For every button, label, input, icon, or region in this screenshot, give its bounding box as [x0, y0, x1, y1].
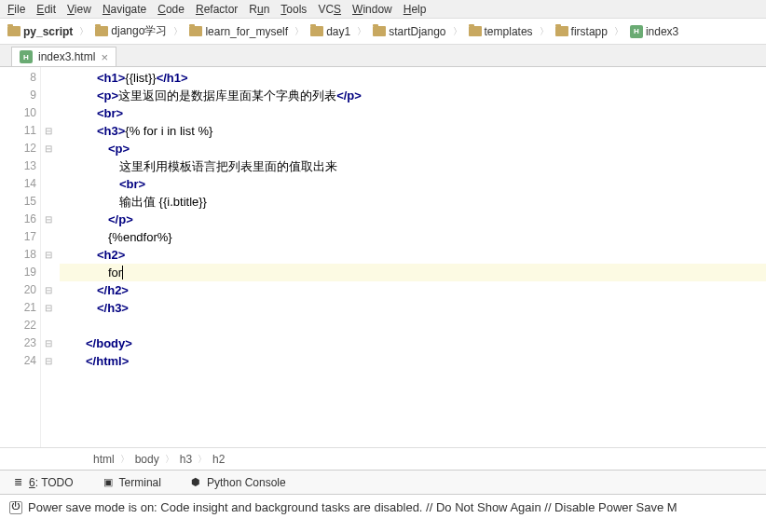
status-bar: Power save mode is on: Code insight and …: [0, 494, 766, 520]
bc-startdjango[interactable]: startDjango: [369, 24, 449, 39]
python-icon: ⬢: [189, 476, 202, 489]
bc-day1[interactable]: day1: [307, 24, 354, 39]
folder-icon: [555, 26, 568, 36]
folder-icon: [7, 26, 21, 36]
code-area[interactable]: <h1>{{list}}</h1><p>这里返回的是数据库里面某个字典的列表</…: [56, 67, 766, 447]
bc-index3[interactable]: Hindex3: [626, 24, 682, 39]
nav-breadcrumb: py_script〉 django学习〉 learn_for_myself〉 d…: [0, 19, 766, 45]
status-message: Power save mode is on: Code insight and …: [28, 500, 677, 514]
menu-window[interactable]: Window: [352, 3, 392, 16]
html-file-icon: H: [630, 25, 643, 38]
menu-code[interactable]: Code: [157, 3, 185, 16]
chevron-icon: 〉: [357, 25, 366, 38]
folder-icon: [310, 26, 323, 36]
tool-terminal[interactable]: ▣Terminal: [102, 476, 161, 489]
menu-edit[interactable]: Edit: [36, 3, 56, 16]
crumb-body[interactable]: body: [135, 453, 159, 466]
folder-icon: [95, 26, 108, 36]
menu-file[interactable]: File: [7, 3, 25, 16]
folder-icon: [469, 26, 482, 36]
bc-firstapp[interactable]: firstapp: [552, 24, 611, 39]
line-gutter: 89101112131415161718192021222324: [0, 67, 41, 447]
chevron-icon: 〉: [540, 25, 549, 38]
crumb-h3[interactable]: h3: [180, 453, 192, 466]
chevron-icon: 〉: [198, 453, 207, 466]
tool-python-console[interactable]: ⬢Python Console: [189, 476, 286, 489]
chevron-icon: 〉: [120, 453, 130, 466]
menu-help[interactable]: Help: [404, 3, 427, 16]
chevron-icon: 〉: [165, 453, 174, 466]
bc-templates[interactable]: templates: [465, 24, 537, 39]
crumb-html[interactable]: html: [93, 453, 115, 466]
todo-icon: ≣: [11, 476, 24, 489]
chevron-icon: 〉: [294, 25, 304, 38]
chevron-icon: 〉: [614, 25, 623, 38]
menu-refactor[interactable]: Refactor: [196, 3, 238, 16]
menu-bar: File Edit View Navigate Code Refactor Ru…: [0, 0, 766, 19]
menu-tools[interactable]: Tools: [280, 3, 307, 16]
close-icon[interactable]: ×: [101, 50, 108, 64]
tab-label: index3.html: [38, 50, 95, 63]
code-editor[interactable]: 89101112131415161718192021222324 ⊟⊟⊟⊟⊟⊟⊟…: [0, 67, 766, 447]
tool-todo[interactable]: ≣6: TODO: [11, 476, 74, 489]
menu-navigate[interactable]: Navigate: [103, 3, 146, 16]
tab-index3[interactable]: H index3.html ×: [11, 47, 116, 66]
chevron-icon: 〉: [453, 25, 462, 38]
fold-column[interactable]: ⊟⊟⊟⊟⊟⊟⊟⊟: [41, 67, 56, 447]
bc-learn[interactable]: learn_for_myself: [185, 24, 292, 39]
terminal-icon: ▣: [102, 476, 115, 489]
crumb-h2[interactable]: h2: [212, 453, 225, 466]
power-icon[interactable]: [9, 501, 22, 514]
html-file-icon: H: [20, 50, 33, 63]
bc-py-script[interactable]: py_script: [4, 24, 76, 39]
editor-tabs: H index3.html ×: [0, 45, 766, 67]
folder-icon: [373, 26, 386, 36]
menu-view[interactable]: View: [67, 3, 91, 16]
chevron-icon: 〉: [79, 25, 89, 38]
chevron-icon: 〉: [173, 25, 183, 38]
menu-vcs[interactable]: VCS: [318, 3, 341, 16]
menu-run[interactable]: Run: [249, 3, 269, 16]
tool-window-bar: ≣6: TODO ▣Terminal ⬢Python Console: [0, 470, 766, 494]
bc-django[interactable]: django学习: [91, 22, 171, 40]
structure-breadcrumb: html〉 body〉 h3〉 h2: [0, 447, 766, 470]
folder-icon: [189, 26, 202, 36]
